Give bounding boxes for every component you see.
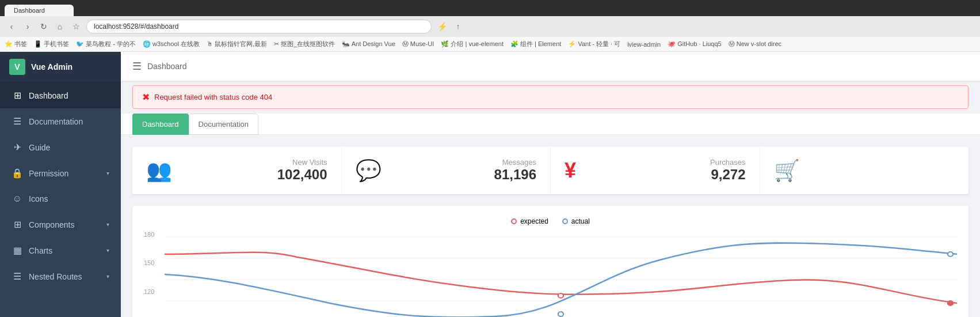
browser-tab-active[interactable]: Dashboard [5, 5, 74, 16]
nav-refresh-button[interactable]: ↻ [38, 21, 49, 32]
chevron-down-icon: ▾ [106, 273, 109, 280]
bookmark-item[interactable]: 🌐 w3school 在线教 [143, 40, 200, 48]
legend-expected: expected [511, 217, 548, 225]
stat-label: Messages [391, 158, 537, 167]
chart-legend: expected actual [144, 217, 957, 225]
browser-controls: ‹ › ↻ ⌂ ☆ localhost:9528/#/dashboard ⚡ ↑ [0, 16, 980, 37]
hamburger-menu-icon[interactable]: ☰ [132, 60, 142, 73]
sidebar-logo: V [9, 59, 25, 75]
nested-routes-icon: ☰ [12, 271, 23, 282]
bookmark-item[interactable]: Ⓜ Muse-UI [402, 40, 434, 48]
message-icon: 💬 [356, 158, 382, 183]
stat-value: 102,400 [181, 167, 327, 183]
bookmarks-bar: ⭐ 书签 📱 手机书签 🐦 菜鸟教程 - 学的不 🌐 w3school 在线教 … [0, 37, 980, 52]
y-label-180: 180 [144, 231, 165, 238]
documentation-icon: ☰ [12, 116, 23, 127]
bookmark-item[interactable]: 🐙 GitHub · Liuqq5 [668, 40, 722, 48]
bookmark-item[interactable]: 🐦 菜鸟教程 - 学的不 [76, 40, 136, 48]
chevron-down-icon: ▾ [106, 247, 109, 254]
icons-icon: ☺ [12, 194, 23, 204]
stat-card-new-visits: 👥 New Visits 102,400 [132, 146, 342, 194]
y-axis: 180 150 120 90 [144, 231, 165, 317]
sidebar-item-charts[interactable]: ▦ Charts ▾ [0, 237, 121, 263]
share-button[interactable]: ↑ [452, 21, 464, 32]
stat-card-purchases: ¥ Purchases 9,272 [551, 146, 760, 194]
sidebar-item-icons[interactable]: ☺ Icons [0, 186, 121, 212]
browser-chrome: Dashboard ‹ › ↻ ⌂ ☆ localhost:9528/#/das… [0, 0, 980, 52]
bookmark-item[interactable]: 🧩 组件 | Element [510, 40, 561, 48]
actual-dot [562, 218, 568, 224]
svg-point-5 [558, 293, 563, 298]
nav-forward-button[interactable]: › [22, 21, 33, 32]
stat-value: 81,196 [391, 167, 537, 183]
actual-label: actual [571, 217, 590, 225]
stat-info-new-visits: New Visits 102,400 [181, 158, 327, 183]
components-icon: ⊞ [12, 219, 23, 230]
sidebar: V Vue Admin ⊞ Dashboard ☰ Documentation … [0, 52, 121, 317]
alert-message: Request failed with status code 404 [154, 93, 272, 101]
svg-point-7 [558, 312, 563, 316]
error-alert: ✖ Request failed with status code 404 [132, 85, 968, 109]
yen-icon: ¥ [565, 158, 576, 183]
y-label-150: 150 [144, 259, 165, 266]
main-content: ☰ Dashboard ✖ Request failed with status… [121, 52, 980, 317]
bookmark-item[interactable]: 🖱 鼠标指针官网,最新 [207, 40, 267, 48]
top-bar: ☰ Dashboard [121, 52, 980, 81]
sidebar-item-documentation[interactable]: ☰ Documentation [0, 108, 121, 134]
svg-point-6 [948, 301, 953, 305]
address-bar[interactable]: localhost:9528/#/dashboard [86, 20, 432, 33]
extensions-button[interactable]: ⚡ [436, 21, 448, 32]
chevron-down-icon: ▾ [106, 170, 109, 176]
sidebar-header: V Vue Admin [0, 52, 121, 82]
sidebar-item-permission[interactable]: 🔒 Permission ▾ [0, 160, 121, 186]
sidebar-item-label: Documentation [29, 117, 109, 126]
stat-label: Purchases [585, 158, 745, 167]
stat-card-shopping: 🛒 [760, 146, 969, 194]
sidebar-item-label: Components [29, 220, 101, 229]
nav-back-button[interactable]: ‹ [6, 21, 17, 32]
sidebar-item-label: Dashboard [29, 91, 109, 100]
nav-home-button[interactable]: ⌂ [54, 21, 66, 32]
sidebar-brand-title: Vue Admin [31, 62, 73, 71]
sidebar-item-components[interactable]: ⊞ Components ▾ [0, 212, 121, 237]
dashboard-icon: ⊞ [12, 90, 23, 101]
lock-icon: 🔒 [12, 168, 23, 179]
sidebar-item-label: Charts [29, 246, 101, 255]
stat-info-messages: Messages 81,196 [391, 158, 537, 183]
chevron-down-icon: ▾ [106, 221, 109, 228]
sidebar-item-guide[interactable]: ✈ Guide [0, 134, 121, 160]
bookmark-item[interactable]: 📱 手机书签 [34, 40, 69, 48]
error-icon: ✖ [142, 92, 150, 103]
bookmark-item[interactable]: Ⓜ New v-slot direc [729, 40, 781, 48]
sidebar-item-nested-routes[interactable]: ☰ Nested Routes ▾ [0, 263, 121, 289]
nav-bookmark-button[interactable]: ☆ [70, 21, 82, 32]
sidebar-item-label: Guide [29, 143, 109, 152]
svg-point-8 [948, 252, 953, 256]
tab-dashboard[interactable]: Dashboard [132, 114, 189, 135]
bookmark-item[interactable]: iview-admin [627, 41, 661, 48]
expected-label: expected [520, 217, 548, 225]
legend-actual: actual [562, 217, 590, 225]
bookmark-item[interactable]: ✂ 抠图_在线抠图软件 [274, 40, 335, 48]
bookmark-item[interactable]: ⭐ 书签 [5, 40, 27, 48]
chart-container: 180 150 120 90 [144, 231, 957, 317]
stats-row: 👥 New Visits 102,400 💬 Messages 81,196 ¥… [132, 146, 968, 194]
bookmark-item[interactable]: ⚡ Vant - 轻量 · 可 [568, 40, 620, 48]
tab-documentation[interactable]: Documentation [189, 114, 258, 135]
bookmark-item[interactable]: 🌿 介绍 | vue-element [441, 40, 504, 48]
tabs-bar: Dashboard Documentation [121, 114, 980, 135]
stat-value: 9,272 [585, 167, 745, 183]
breadcrumb: Dashboard [147, 62, 187, 71]
bookmark-item[interactable]: 🐜 Ant Design Vue [342, 40, 395, 48]
users-icon: 👥 [146, 158, 172, 183]
guide-icon: ✈ [12, 142, 23, 153]
sidebar-item-label: Nested Routes [29, 272, 101, 281]
y-label-120: 120 [144, 288, 165, 295]
stat-label: New Visits [181, 158, 327, 167]
chart-area: expected actual 180 150 120 90 [132, 206, 968, 317]
stat-card-messages: 💬 Messages 81,196 [342, 146, 551, 194]
sidebar-item-dashboard[interactable]: ⊞ Dashboard [0, 82, 121, 108]
browser-tabs: Dashboard [0, 0, 980, 16]
chart-svg [165, 231, 957, 317]
stat-info-purchases: Purchases 9,272 [585, 158, 745, 183]
